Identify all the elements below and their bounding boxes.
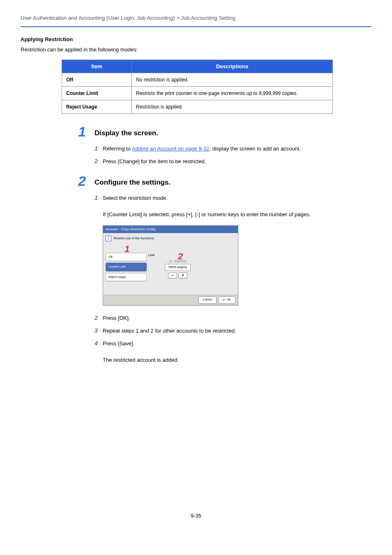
cancel-button[interactable]: Cancel xyxy=(198,296,217,304)
substep-text: Press [Save]. xyxy=(103,340,134,348)
limit-unit: page(s) xyxy=(177,266,187,268)
restriction-table: Item Descriptions Off No restriction is … xyxy=(62,60,333,114)
info-icon: i xyxy=(106,236,111,241)
col-header-item: Item xyxy=(62,60,132,73)
substep-2-4-detail: The restricted account is added. xyxy=(103,356,371,364)
cell-desc: Restriction is applied. xyxy=(132,100,333,114)
cell-desc: Restricts the print counter in one-page … xyxy=(132,87,333,100)
limit-value: 99999 xyxy=(168,266,176,268)
option-column: Off Counter Limit Reject Usage xyxy=(106,253,147,283)
dialog-body: i Restrict use of the functions. 1 2 Off… xyxy=(103,233,238,295)
cell-item: Off xyxy=(62,73,132,87)
option-off-button[interactable]: Off xyxy=(106,253,147,261)
dialog-info-text: Restrict use of the functions. xyxy=(113,236,155,241)
enter-icon: ↵ xyxy=(223,298,226,303)
plus-button[interactable]: + xyxy=(178,273,187,278)
substep-1-2: 2 Press [Change] for the item to be rest… xyxy=(95,157,371,166)
dialog-info-row: i Restrict use of the functions. xyxy=(106,236,235,241)
option-reject-usage-button[interactable]: Reject Usage xyxy=(106,273,147,282)
substep-number: 1 xyxy=(95,194,103,202)
substep-2-2: 2 Press [OK]. xyxy=(95,314,371,322)
reference-link[interactable]: Adding an Account on page 9-32 xyxy=(132,146,210,152)
substep-text: Press [OK]. xyxy=(103,314,130,322)
ok-button[interactable]: ↵ OK xyxy=(218,296,235,304)
substep-number: 3 xyxy=(95,326,103,335)
breadcrumb: User Authentication and Accounting (User… xyxy=(21,14,371,26)
minus-button[interactable]: − xyxy=(168,273,177,278)
substep-2-1-detail: If [Counter Limit] is selected, press [+… xyxy=(103,210,371,219)
step-1: 1 Display the screen. xyxy=(78,125,371,139)
page-number: 9-35 xyxy=(21,512,371,520)
text-before: Referring to xyxy=(103,146,132,152)
substep-2-3: 3 Repeat steps 1 and 2 for other account… xyxy=(95,326,371,335)
step-2-number: 2 xyxy=(78,174,95,188)
substep-1-1: 1 Referring to Adding an Account on page… xyxy=(95,144,371,153)
substep-2-4: 4 Press [Save]. xyxy=(95,339,371,348)
limit-label: Limit xyxy=(148,253,154,258)
substep-text: Referring to Adding an Account on page 9… xyxy=(103,145,301,153)
table-row: Counter Limit Restricts the print counte… xyxy=(62,87,333,100)
section-heading: Applying Restriction xyxy=(21,35,371,44)
step-2-title: Configure the settings. xyxy=(95,174,171,188)
substep-number: 2 xyxy=(95,157,103,166)
substep-number: 2 xyxy=(95,314,103,322)
substep-number: 1 xyxy=(95,144,103,153)
dialog-title: Account: - Copy Restriction (Total) xyxy=(103,226,238,233)
cell-item: Counter Limit xyxy=(62,87,132,100)
limit-value-field[interactable]: 99999 page(s) xyxy=(165,264,191,271)
substep-2-1: 1 Select the restriction mode. xyxy=(95,194,371,202)
option-counter-limit-button[interactable]: Counter Limit xyxy=(106,263,147,271)
dialog-screenshot: Account: - Copy Restriction (Total) i Re… xyxy=(103,225,238,305)
step-1-number: 1 xyxy=(78,125,95,139)
cell-desc: No restriction is applied. xyxy=(132,73,333,87)
table-row: Off No restriction is applied. xyxy=(62,73,333,87)
step-1-title: Display the screen. xyxy=(95,125,158,139)
step-2: 2 Configure the settings. xyxy=(78,174,371,188)
substep-number: 4 xyxy=(95,339,103,348)
dialog-footer: Cancel ↵ OK xyxy=(103,295,238,305)
table-row: Reject Usage Restriction is applied. xyxy=(62,100,333,114)
ok-label: OK xyxy=(227,298,231,302)
limit-range: (1 - 9999999) xyxy=(165,259,191,264)
substep-text: Press [Change] for the item to be restri… xyxy=(103,157,206,166)
text-after: , display the screen to add an account. xyxy=(209,146,301,152)
substep-text: Select the restriction mode. xyxy=(103,194,168,202)
substep-text: Repeat steps 1 and 2 for other accounts … xyxy=(103,327,236,335)
cell-item: Reject Usage xyxy=(62,100,132,114)
limit-box: (1 - 9999999) 99999 page(s) − + xyxy=(165,259,191,278)
col-header-desc: Descriptions xyxy=(132,60,333,73)
divider xyxy=(21,26,371,27)
intro-text: Restriction can be applied in the follow… xyxy=(21,46,371,54)
